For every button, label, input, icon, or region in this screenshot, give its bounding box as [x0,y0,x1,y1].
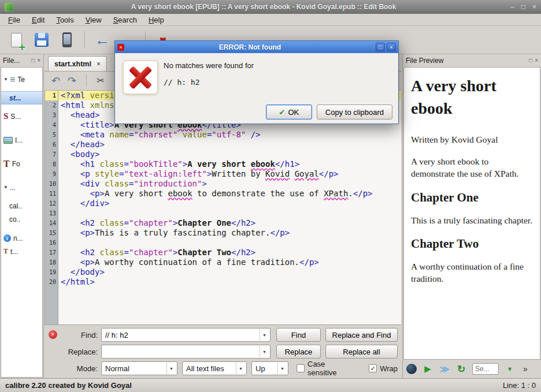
file-tree-item[interactable]: ▼≡Te [1,68,42,91]
expander-icon[interactable]: ▼ [3,185,8,190]
maximize-button[interactable]: □ [521,3,525,10]
overflow-icon[interactable]: » [520,363,531,375]
preview-search-input[interactable] [472,363,499,375]
replace-button[interactable]: Replace [276,345,321,359]
wrap-box[interactable]: ✓ [369,364,377,372]
file-tree-item[interactable]: SS... [1,104,42,128]
code-line[interactable]: <div class="introduction"> [58,179,401,189]
file-tree-label: ... [10,184,16,192]
code-line[interactable]: </body> [58,267,401,277]
undo-icon[interactable]: ↶ [51,76,60,86]
file-tree-item[interactable]: in... [1,232,42,245]
files-select[interactable]: All text files ▼ [182,361,247,375]
code-line[interactable] [58,238,401,248]
direction-value: Up [255,364,265,373]
direction-select[interactable]: Up ▼ [251,361,288,375]
replace-and-find-button[interactable]: Replace and Find [325,328,398,342]
wrap-checkbox[interactable]: ✓ Wrap [369,364,398,373]
find-next-icon[interactable]: ▼ [504,363,516,375]
replace-row: Replace: ▼ Replace Replace all [48,345,398,359]
line-number: 17 [45,248,58,257]
code-line[interactable]: </html> [58,277,401,287]
find-history-dropdown[interactable]: ▼ [260,329,269,341]
titlebar[interactable]: A very short ebook [EPUB] :: A very shor… [0,0,541,14]
new-file-icon[interactable] [6,29,27,50]
code-line[interactable]: <h1 class="bookTitle">A very short ebook… [58,159,401,169]
line-number: 5 [45,130,58,140]
find-input[interactable] [105,331,260,339]
code-line[interactable]: </head> [58,140,401,150]
replace-all-button[interactable]: Replace all [325,345,398,359]
web-icon[interactable] [406,364,417,374]
menu-item-edit[interactable]: Edit [26,14,50,25]
dialog-titlebar[interactable]: × ERROR: Not found □ × [115,41,398,53]
code-line[interactable] [58,208,401,218]
save-icon[interactable] [31,29,52,50]
close-panel-icon[interactable]: × [37,58,40,64]
dialog-close-icon[interactable]: × [387,43,396,51]
code-line[interactable]: <meta name="charset" value="utf-8" /> [58,130,401,140]
code-line[interactable]: <h2 class="chapter">Chapter One</h2> [58,218,401,228]
code-line[interactable]: <p>A very short ebook to demonstrate the… [58,189,401,199]
code-line[interactable]: <p>This is a truly fascinating chapter.<… [58,228,401,238]
file-tree-item[interactable]: cal.. [1,199,42,212]
find-button[interactable]: Find [276,328,321,342]
files-value: All text files [186,364,224,373]
code-line[interactable]: </div> [58,199,401,208]
follow-icon[interactable]: ≫ [439,363,450,375]
case-sensitive-checkbox[interactable]: Case sensitive [297,360,355,377]
menu-item-tools[interactable]: Tools [50,14,79,25]
replace-input-combo[interactable]: ▼ [101,345,270,359]
tab-close-icon[interactable]: × [97,60,101,68]
mode-value: Normal [105,364,129,373]
error-icon-card [123,61,158,94]
code-line[interactable]: <p>A worthy continuation of a fine tradi… [58,257,401,267]
run-icon[interactable]: ▶ [422,363,433,375]
dialog-restore-icon[interactable]: □ [376,43,385,51]
float-panel-icon[interactable]: □ [529,58,532,64]
file-tree-item[interactable]: TFo [1,152,42,176]
code-line[interactable]: <p style="text-align:left">Written by Ko… [58,169,401,179]
preview-toolbar: ▶≫↻ ▼» [403,360,541,378]
find-input-combo[interactable]: ▼ [101,328,270,342]
file-tree-item[interactable]: I... [1,128,42,152]
device-icon[interactable] [57,29,77,50]
file-tree-item[interactable]: Tt... [1,245,42,258]
preview-p: A very short ebook to demonstrate the us… [411,155,533,180]
code-editor[interactable]: 1234567891011121314151617181920 <?xml ve… [45,91,401,324]
file-tree-item[interactable]: ▼... [1,176,42,199]
close-panel-icon[interactable]: × [535,58,538,64]
close-search-icon[interactable]: × [49,330,57,339]
replace-history-dropdown[interactable]: ▼ [260,346,269,357]
dialog-query: // h: h2 [164,78,391,87]
expander-icon[interactable]: ▼ [3,77,8,82]
code-content[interactable]: <?xml version='1.0' encoding='utf-8'?><h… [58,91,401,324]
preview-h2: Chapter One [411,191,533,205]
back-icon[interactable]: ← [92,29,113,50]
replace-input[interactable] [105,348,260,356]
float-panel-icon[interactable]: □ [31,58,35,64]
images-icon [3,137,13,144]
copy-to-clipboard-button[interactable]: Copy to clipboard [317,104,392,120]
refresh-icon[interactable]: ↻ [455,363,467,375]
ok-button[interactable]: ✔ OK [266,104,312,120]
menu-item-help[interactable]: Help [143,14,170,25]
menu-item-search[interactable]: Search [108,14,143,25]
combo-arrow-icon: ▼ [236,363,245,374]
file-tree: ▼≡Test...SS...I...TFo▼...cal..co..in...T… [1,67,43,378]
case-sensitive-box[interactable] [297,364,305,372]
cut-icon[interactable]: ✂ [97,76,104,85]
file-tree-item[interactable]: st... [1,91,42,104]
code-line[interactable]: <body> [58,150,401,159]
file-tree-label: Te [17,76,25,84]
tab-start-xhtml[interactable]: start.xhtml × [48,56,107,71]
menu-item-view[interactable]: View [80,14,108,25]
combo-arrow-icon: ▼ [166,363,176,374]
redo-icon[interactable]: ↷ [68,76,76,86]
file-tree-item[interactable]: co.. [1,212,42,226]
menu-item-file[interactable]: File [2,14,26,25]
close-button[interactable]: × [532,3,536,10]
minimize-button[interactable]: – [510,3,514,10]
mode-select[interactable]: Normal ▼ [101,361,177,375]
code-line[interactable]: <h2 class="chapter">Chapter Two</h2> [58,248,401,257]
